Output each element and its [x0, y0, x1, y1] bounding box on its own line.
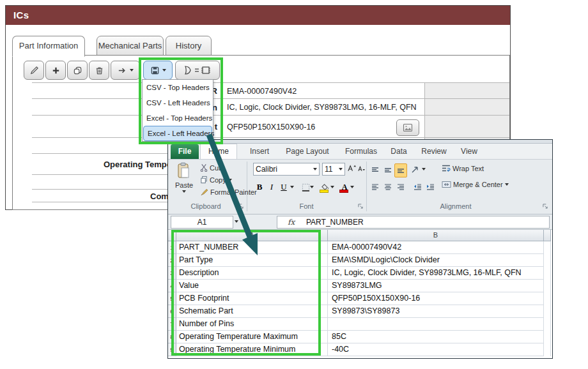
cut-button[interactable]: Cut [200, 163, 220, 172]
chevron-down-icon[interactable] [235, 220, 238, 223]
cell-a2[interactable]: Part Type [176, 254, 328, 267]
delete-button[interactable] [89, 61, 109, 80]
field-value[interactable]: QFP50P150X150X90-16 [222, 116, 425, 138]
fx-icon: fx [288, 216, 295, 228]
grow-font-icon[interactable] [347, 163, 357, 174]
menu-item-csv-left-headers[interactable]: CSV - Left Headers [143, 95, 213, 110]
column-c-sliver [544, 241, 551, 356]
alignment-dialog-launcher-icon[interactable] [543, 204, 548, 209]
format-painter-button[interactable]: Format Painter [200, 188, 257, 196]
cell-a1[interactable]: PART_NUMBER [176, 241, 328, 254]
column-header-b[interactable]: B [328, 230, 544, 241]
ribbon-tab-review[interactable]: Review [419, 144, 449, 159]
italic-button[interactable]: I [265, 180, 278, 194]
font-size-combo[interactable]: 11 [322, 163, 345, 176]
field-value[interactable]: IC, Logic, Clock Divider, SY89873LMG, 16… [222, 99, 425, 116]
export-save-dropdown-button[interactable] [143, 61, 173, 80]
increase-indent-button[interactable] [424, 180, 437, 194]
row-header[interactable]: 7 [168, 318, 176, 331]
chevron-down-icon [339, 168, 343, 170]
column-header-c[interactable] [544, 230, 551, 241]
file-tab[interactable]: File [171, 144, 199, 159]
copy-button-excel[interactable]: Copy [200, 176, 232, 184]
tab-mechanical-parts[interactable]: Mechanical Parts [97, 36, 164, 56]
align-left-button[interactable] [369, 180, 382, 194]
column-header-a[interactable]: A [176, 230, 328, 241]
align-center-button[interactable] [382, 180, 394, 194]
decrease-indent-button[interactable] [411, 180, 424, 194]
ribbon-tab-row: File Home Insert Page Layout Formulas Da… [168, 144, 552, 160]
align-right-button[interactable] [394, 180, 407, 194]
cell-a6[interactable]: Schematic Part [176, 305, 328, 318]
tab-part-information[interactable]: Part Information [12, 36, 85, 57]
bold-button[interactable]: B [253, 180, 266, 194]
merge-center-button[interactable]: Merge & Center [442, 181, 509, 188]
cell-a4[interactable]: Value [176, 280, 328, 292]
select-all-corner[interactable] [168, 230, 176, 241]
align-bottom-button[interactable] [394, 163, 407, 177]
row-header[interactable]: 6 [168, 305, 176, 318]
menu-item-csv-top-headers[interactable]: CSV - Top Headers [143, 80, 213, 95]
align-top-button[interactable] [369, 163, 382, 177]
right-arrow-icon [118, 66, 127, 75]
cell-a9[interactable]: Operating Temperature Minimum [176, 343, 328, 356]
cell-a7[interactable]: Number of Pins [176, 318, 328, 331]
underline-button[interactable]: U [277, 180, 290, 194]
copy-button[interactable] [67, 61, 88, 80]
row-header[interactable]: 4 [168, 280, 176, 292]
row-header[interactable]: 8 [168, 331, 176, 343]
compare-symbols-button[interactable] [175, 61, 220, 80]
formula-value: PART_NUMBER [306, 216, 364, 228]
font-name-combo[interactable]: Calibri [253, 163, 320, 176]
shrink-font-icon[interactable] [357, 163, 366, 174]
row-header[interactable]: 2 [168, 254, 176, 267]
move-dropdown-button[interactable] [111, 61, 140, 80]
ribbon-tab-insert[interactable]: Insert [244, 144, 275, 159]
field-value[interactable]: EMA-00007490V42 [222, 83, 425, 99]
clipboard-dialog-launcher-icon[interactable] [238, 204, 244, 209]
add-button[interactable] [45, 61, 66, 80]
align-middle-button[interactable] [382, 163, 394, 177]
cell-a8[interactable]: Operating Temperature Maximum [176, 331, 328, 343]
tab-history[interactable]: History [166, 36, 212, 56]
chevron-down-icon [290, 186, 294, 188]
orientation-button[interactable] [411, 165, 426, 174]
ribbon-tab-page-layout[interactable]: Page Layout [282, 144, 333, 159]
row-header[interactable]: 5 [168, 292, 176, 305]
cell-b1[interactable]: EMA-00007490V42 [328, 241, 544, 254]
paste-button[interactable]: Paste [172, 162, 196, 200]
cell-a5[interactable]: PCB Footprint [176, 292, 328, 305]
row-header[interactable]: 9 [168, 343, 176, 356]
edit-button[interactable] [24, 61, 44, 80]
cell-b7[interactable] [328, 318, 544, 331]
menu-item-excel-top-headers[interactable]: Excel - Top Headers [143, 110, 213, 126]
merge-center-icon [442, 181, 451, 188]
ribbon-tab-home[interactable]: Home [200, 144, 237, 159]
clipboard-group-label: Clipboard [168, 202, 244, 210]
tab-label: Part Information [19, 41, 79, 50]
ribbon-tab-view[interactable]: View [458, 144, 481, 159]
cell-b9[interactable]: -40C [328, 343, 544, 356]
fill-color-button[interactable] [318, 180, 331, 194]
name-box[interactable]: A1 [171, 216, 233, 229]
chevron-down-icon [350, 186, 354, 188]
cell-b5[interactable]: QFP50P150X150X90-16 [328, 292, 544, 305]
formula-input[interactable]: fx PART_NUMBER [277, 216, 550, 229]
font-dialog-launcher-icon[interactable] [358, 204, 363, 209]
row-header[interactable]: 3 [168, 267, 176, 280]
picture-icon [403, 123, 413, 132]
cell-a3[interactable]: Description [176, 267, 328, 280]
cell-b6[interactable]: SY89873\SY89873 [328, 305, 544, 318]
menu-item-excel-left-headers[interactable]: Excel - Left Headers [143, 126, 212, 141]
ribbon-tab-formulas[interactable]: Formulas [343, 144, 380, 159]
wrap-text-button[interactable]: Wrap Text [442, 164, 484, 172]
ribbon-tab-data[interactable]: Data [387, 144, 410, 159]
copy-icon [73, 66, 82, 75]
cell-b2[interactable]: EMA\SMD\Logic\Clock Divider [328, 254, 544, 267]
row-header[interactable]: 1 [168, 241, 176, 254]
cell-b3[interactable]: IC, Logic, Clock Divider, SY89873LMG, 16… [328, 267, 544, 280]
cell-b4[interactable]: SY89873LMG [328, 280, 544, 292]
view-footprint-image-button[interactable] [396, 119, 419, 136]
cell-b8[interactable]: 85C [328, 331, 544, 343]
font-color-button[interactable]: A [338, 180, 351, 194]
